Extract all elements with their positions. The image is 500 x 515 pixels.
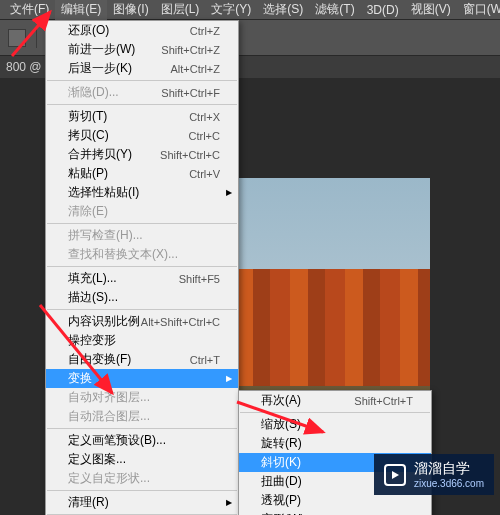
edit-menu-item-label: 后退一步(K) <box>68 60 132 77</box>
edit-menu-separator <box>47 266 237 267</box>
edit-menu-item-label: 渐隐(D)... <box>68 84 119 101</box>
edit-menu-item-label: 拼写检查(H)... <box>68 227 143 244</box>
menu-layer[interactable]: 图层(L) <box>155 0 206 20</box>
edit-menu-item-label: 清除(E) <box>68 203 108 220</box>
edit-menu-item-shortcut: Shift+Ctrl+C <box>160 149 220 161</box>
edit-menu-item: 拼写检查(H)... <box>46 226 238 245</box>
edit-menu-item-shortcut: Ctrl+T <box>190 354 220 366</box>
menu-edit[interactable]: 编辑(E) <box>55 0 107 20</box>
edit-menu-item-label: 粘贴(P) <box>68 165 108 182</box>
edit-menu-item[interactable]: 合并拷贝(Y)Shift+Ctrl+C <box>46 145 238 164</box>
edit-menu-item-label: 变换 <box>68 370 92 387</box>
edit-menu-item-shortcut: Shift+F5 <box>179 273 220 285</box>
edit-menu-item-label: 选择性粘贴(I) <box>68 184 139 201</box>
edit-menu-item[interactable]: 后退一步(K)Alt+Ctrl+Z <box>46 59 238 78</box>
edit-menu-item: 渐隐(D)...Shift+Ctrl+F <box>46 83 238 102</box>
edit-menu-item-shortcut: Ctrl+Z <box>190 25 220 37</box>
edit-menu-item[interactable]: 剪切(T)Ctrl+X <box>46 107 238 126</box>
menu-filter[interactable]: 滤镜(T) <box>309 0 360 20</box>
transform-submenu-item[interactable]: 再次(A)Shift+Ctrl+T <box>239 391 431 410</box>
edit-menu-item-label: 定义自定形状... <box>68 470 150 487</box>
edit-menu-item-label: 操控变形 <box>68 332 116 349</box>
transform-submenu-item[interactable]: 旋转(R) <box>239 434 431 453</box>
transform-submenu-item-shortcut: Shift+Ctrl+T <box>354 395 413 407</box>
edit-menu-item-label: 查找和替换文本(X)... <box>68 246 178 263</box>
edit-menu-item: 查找和替换文本(X)... <box>46 245 238 264</box>
edit-menu-item: 清除(E) <box>46 202 238 221</box>
edit-menu-item[interactable]: 粘贴(P)Ctrl+V <box>46 164 238 183</box>
edit-menu-item[interactable]: 填充(L)...Shift+F5 <box>46 269 238 288</box>
svg-marker-0 <box>392 471 399 479</box>
edit-menu-item[interactable]: 定义图案... <box>46 450 238 469</box>
edit-menu-item-shortcut: Alt+Ctrl+Z <box>170 63 220 75</box>
transform-submenu-item-label: 变形(W) <box>261 511 304 515</box>
edit-menu-item[interactable]: 变换 <box>46 369 238 388</box>
menu-window[interactable]: 窗口(W) <box>457 0 500 20</box>
transform-submenu-item-label: 斜切(K) <box>261 454 301 471</box>
menu-view[interactable]: 视图(V) <box>405 0 457 20</box>
transform-submenu-item-label: 缩放(S) <box>261 416 301 433</box>
edit-menu-item-label: 清理(R) <box>68 494 109 511</box>
menu-select[interactable]: 选择(S) <box>257 0 309 20</box>
edit-menu-item-label: 填充(L)... <box>68 270 117 287</box>
transform-submenu-item[interactable]: 变形(W) <box>239 510 431 515</box>
edit-menu-item[interactable]: 定义画笔预设(B)... <box>46 431 238 450</box>
edit-menu-item-label: 自动对齐图层... <box>68 389 150 406</box>
edit-menu-item-label: 剪切(T) <box>68 108 107 125</box>
edit-menu-item[interactable]: 前进一步(W)Shift+Ctrl+Z <box>46 40 238 59</box>
transform-submenu-dropdown: 再次(A)Shift+Ctrl+T缩放(S)旋转(R)斜切(K)扭曲(D)透视(… <box>238 390 432 515</box>
edit-menu-item-label: 合并拷贝(Y) <box>68 146 132 163</box>
edit-menu-item-label: 还原(O) <box>68 22 109 39</box>
transform-submenu-item[interactable]: 缩放(S) <box>239 415 431 434</box>
menubar: 文件(F) 编辑(E) 图像(I) 图层(L) 文字(Y) 选择(S) 滤镜(T… <box>0 0 500 20</box>
edit-menu-item[interactable]: 清理(R) <box>46 493 238 512</box>
tool-preset-icon[interactable] <box>8 29 26 47</box>
edit-menu-item-label: 前进一步(W) <box>68 41 135 58</box>
transform-submenu-item-label: 扭曲(D) <box>261 473 302 490</box>
edit-menu-item[interactable]: 自由变换(F)Ctrl+T <box>46 350 238 369</box>
edit-menu-item-shortcut: Ctrl+V <box>189 168 220 180</box>
edit-menu-item[interactable]: 拷贝(C)Ctrl+C <box>46 126 238 145</box>
edit-menu-item-label: 定义画笔预设(B)... <box>68 432 166 449</box>
watermark-sub: zixue.3d66.com <box>414 478 484 489</box>
edit-menu-item-shortcut: Shift+Ctrl+F <box>161 87 220 99</box>
watermark: 溜溜自学 zixue.3d66.com <box>374 454 494 495</box>
edit-menu-separator <box>47 223 237 224</box>
transform-submenu-separator <box>240 412 430 413</box>
edit-menu-item-shortcut: Ctrl+C <box>189 130 220 142</box>
edit-menu-item-label: 拷贝(C) <box>68 127 109 144</box>
edit-menu-item[interactable]: 操控变形 <box>46 331 238 350</box>
menu-file[interactable]: 文件(F) <box>4 0 55 20</box>
menu-3d[interactable]: 3D(D) <box>361 1 405 19</box>
edit-menu-item[interactable]: 描边(S)... <box>46 288 238 307</box>
edit-menu-item-shortcut: Alt+Shift+Ctrl+C <box>141 316 220 328</box>
play-icon <box>384 464 406 486</box>
edit-menu-item-label: 自由变换(F) <box>68 351 131 368</box>
edit-menu-item[interactable]: 选择性粘贴(I) <box>46 183 238 202</box>
edit-menu-item: 自动对齐图层... <box>46 388 238 407</box>
edit-menu-item-label: 描边(S)... <box>68 289 118 306</box>
edit-menu-item-label: 自动混合图层... <box>68 408 150 425</box>
edit-menu-item-shortcut: Shift+Ctrl+Z <box>161 44 220 56</box>
edit-menu-separator <box>47 104 237 105</box>
transform-submenu-item-label: 透视(P) <box>261 492 301 509</box>
edit-menu-item: 自动混合图层... <box>46 407 238 426</box>
menu-image[interactable]: 图像(I) <box>107 0 154 20</box>
edit-menu-dropdown: 还原(O)Ctrl+Z前进一步(W)Shift+Ctrl+Z后退一步(K)Alt… <box>45 20 239 515</box>
edit-menu-separator <box>47 80 237 81</box>
separator <box>36 28 37 48</box>
transform-submenu-item-label: 再次(A) <box>261 392 301 409</box>
edit-menu-separator <box>47 490 237 491</box>
edit-menu-separator <box>47 309 237 310</box>
edit-menu-item[interactable]: 内容识别比例Alt+Shift+Ctrl+C <box>46 312 238 331</box>
edit-menu-item[interactable]: 还原(O)Ctrl+Z <box>46 21 238 40</box>
edit-menu-item-label: 内容识别比例 <box>68 313 140 330</box>
transform-submenu-item-label: 旋转(R) <box>261 435 302 452</box>
edit-menu-item-shortcut: Ctrl+X <box>189 111 220 123</box>
edit-menu-item-label: 定义图案... <box>68 451 126 468</box>
watermark-title: 溜溜自学 <box>414 460 470 476</box>
menu-type[interactable]: 文字(Y) <box>205 0 257 20</box>
edit-menu-item: 定义自定形状... <box>46 469 238 488</box>
edit-menu-separator <box>47 428 237 429</box>
